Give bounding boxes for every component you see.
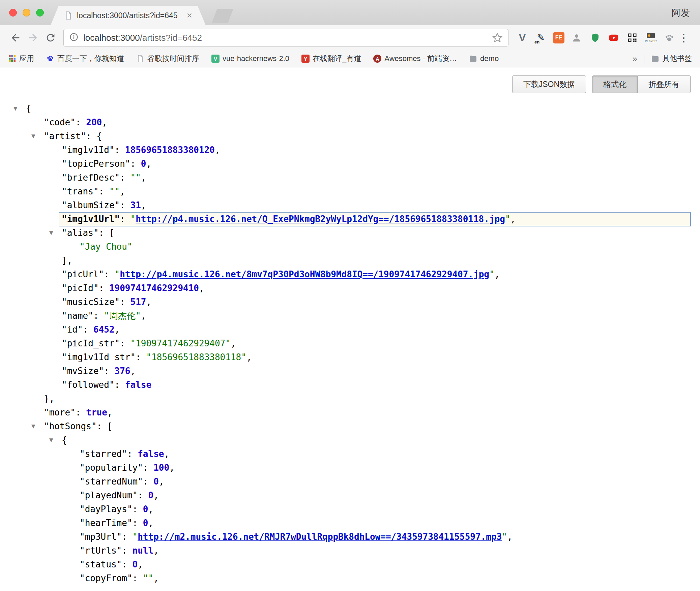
json-token: false	[125, 380, 151, 390]
collapse-toggle-icon[interactable]: ▼	[13, 102, 26, 116]
forward-arrow-icon	[27, 32, 39, 43]
tab-close-icon[interactable]: ×	[187, 11, 192, 20]
json-line-content: "status": 0,	[80, 558, 691, 571]
json-line-content: "mvSize": 376,	[62, 364, 691, 378]
json-token: "	[133, 532, 138, 542]
close-window-button[interactable]	[9, 9, 17, 17]
browser-tab[interactable]: localhost:3000/artists?id=645 ×	[51, 6, 206, 25]
json-token: "mp3Url"	[80, 532, 122, 542]
json-token: ,	[130, 366, 136, 376]
json-token: :	[136, 352, 146, 362]
awesomes-icon: A	[373, 55, 381, 63]
json-line: "musicSize": 517,	[0, 295, 700, 309]
url-bar[interactable]: localhost:3000/artists?id=6452	[63, 29, 508, 46]
json-token: "周杰伦"	[104, 311, 141, 321]
json-token: :	[99, 283, 109, 293]
json-line-content: "Jay Chou"	[80, 240, 691, 254]
json-line: "popularity": 100,	[0, 461, 700, 475]
json-token: ,	[146, 159, 151, 169]
json-token: "	[115, 269, 120, 279]
json-token: false	[138, 449, 164, 459]
collapse-toggle-icon[interactable]: ▼	[49, 226, 62, 240]
page-info-icon[interactable]	[69, 32, 79, 43]
json-token: ,	[164, 449, 169, 459]
player-extension-icon[interactable]: PLAYER	[644, 30, 657, 45]
zoom-window-button[interactable]	[36, 9, 44, 17]
json-line-content: "musicSize": 517,	[62, 295, 691, 309]
json-line: ▼"hotSongs": [	[0, 419, 700, 433]
bookmark-vue-hackernews[interactable]: V vue-hackernews-2.0	[211, 54, 289, 63]
youtube-extension-icon[interactable]	[607, 30, 620, 45]
bookmark-awesomes[interactable]: A Awesomes - 前端资…	[373, 54, 457, 64]
bookmark-apps[interactable]: 应用	[8, 54, 34, 64]
download-json-button[interactable]: 下载JSON数据	[512, 75, 586, 93]
json-token: "Jay Chou"	[80, 242, 133, 252]
json-token: :	[122, 546, 132, 556]
json-token: :	[115, 380, 125, 390]
bookmarks-overflow-chevron-icon[interactable]: »	[633, 54, 637, 64]
paw-extension-icon[interactable]	[663, 30, 676, 45]
bookmark-star-icon[interactable]	[492, 32, 503, 43]
gutter-spacer	[49, 254, 62, 268]
back-button[interactable]	[7, 29, 24, 46]
format-button[interactable]: 格式化	[592, 75, 638, 93]
json-url-link[interactable]: http://p4.music.126.net/Q_ExePNkmgB2yWyL…	[136, 214, 505, 224]
json-line: "name": "周杰伦",	[0, 309, 700, 323]
bookmark-youdao-translate[interactable]: Y 在线翻译_有道	[301, 54, 361, 64]
gutter-spacer	[67, 571, 80, 585]
reload-button[interactable]	[42, 29, 59, 46]
new-tab-button[interactable]	[212, 9, 233, 23]
minimize-window-button[interactable]	[23, 9, 30, 17]
forward-button[interactable]	[24, 29, 42, 46]
json-url-link[interactable]: http://p4.music.126.net/8mv7qP30Pd3oHW8b…	[120, 269, 489, 279]
qrcode-extension-icon[interactable]	[626, 30, 639, 45]
json-token: "19097417462929407"	[130, 338, 231, 348]
json-token: :	[120, 338, 130, 348]
url-host: localhost:3000	[83, 33, 140, 43]
collapse-toggle-icon[interactable]: ▼	[31, 129, 44, 143]
json-token: "status"	[80, 559, 122, 569]
json-token: :	[133, 518, 143, 528]
bookmark-folder-demo[interactable]: demo	[469, 54, 499, 63]
json-token: "picId"	[62, 283, 99, 293]
json-line: },	[0, 392, 700, 406]
json-token: "copyFrom"	[80, 573, 133, 583]
json-token: "starred"	[80, 449, 127, 459]
json-token: ,	[199, 283, 204, 293]
json-token: ,	[141, 311, 146, 321]
browser-menu-icon[interactable]: ⋮	[676, 31, 691, 44]
json-token: 0	[133, 559, 138, 569]
other-bookmarks-folder[interactable]: 其他书签	[651, 54, 692, 64]
bookmarks-divider	[644, 54, 644, 64]
contacts-extension-icon[interactable]	[570, 30, 583, 45]
json-token: "name"	[62, 311, 93, 321]
json-line-content: "starredNum": 0,	[80, 475, 691, 489]
bookmark-google-sort[interactable]: 谷歌按时间排序	[136, 54, 199, 64]
json-token: ""	[130, 173, 141, 183]
translate-pen-extension-icon[interactable]: ✎ en	[534, 30, 547, 45]
json-line-content: "artist": {	[44, 129, 691, 143]
json-line-content: "picUrl": "http://p4.music.126.net/8mv7q…	[62, 268, 691, 281]
json-token: ,	[115, 324, 120, 335]
profile-name[interactable]: 阿发	[672, 0, 690, 25]
collapse-toggle-icon[interactable]: ▼	[49, 433, 62, 447]
gutter-spacer	[49, 143, 62, 157]
gutter-spacer	[49, 171, 62, 185]
json-token: "	[502, 532, 507, 542]
json-token: ,	[159, 476, 164, 487]
collapse-toggle-icon[interactable]: ▼	[31, 419, 44, 433]
browser-toolbar: localhost:3000/artists?id=6452 V ✎ en FE	[0, 25, 700, 50]
json-line: "Jay Chou"	[0, 240, 700, 254]
json-line: "picId_str": "19097417462929407",	[0, 337, 700, 350]
json-url-link[interactable]: http://m2.music.126.net/RMJR7wDullRqppBk…	[138, 532, 502, 542]
shield-extension-icon[interactable]	[589, 30, 602, 45]
json-token: "	[489, 269, 495, 279]
collapse-all-button[interactable]: 折叠所有	[638, 75, 691, 93]
bookmark-baidu[interactable]: 百度一下，你就知道	[46, 54, 124, 64]
json-line-content: "mp3Url": "http://m2.music.126.net/RMJR7…	[80, 530, 691, 544]
json-token: "dayPlays"	[80, 504, 133, 514]
fehelper-extension-icon[interactable]: FE	[553, 32, 564, 43]
gutter-spacer	[49, 268, 62, 281]
json-token: "code"	[44, 117, 76, 127]
vimium-extension-icon[interactable]: V	[516, 30, 529, 45]
